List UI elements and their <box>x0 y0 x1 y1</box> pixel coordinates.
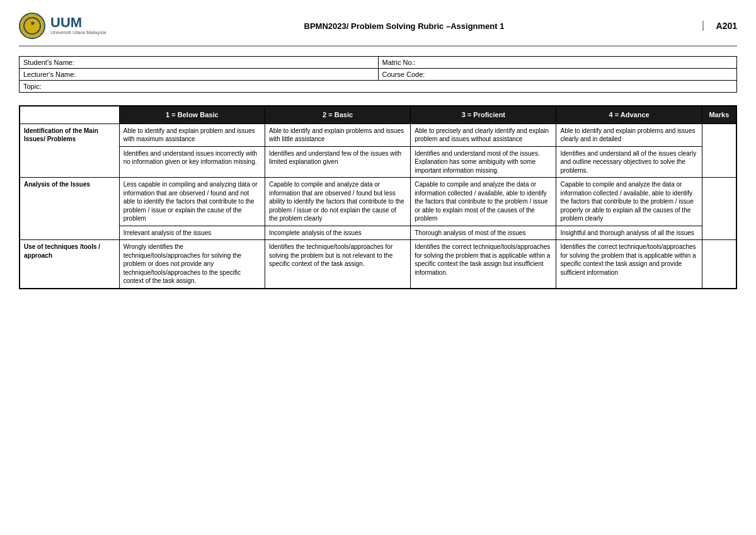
university-acronym: UUM <box>50 16 106 30</box>
header-marks: Marks <box>702 106 736 124</box>
student-row: Student's Name: Matric No.: <box>20 57 737 69</box>
matric-label: Matric No.: <box>378 57 737 69</box>
logo-area: 🎓 UUM Universiti Utara Malaysia <box>19 13 106 39</box>
cell-col2: Identifies the technique/tools/approache… <box>265 240 410 289</box>
topic-label: Topic: <box>20 81 737 93</box>
cell-col3: Capable to compile and analyze the data … <box>411 178 556 226</box>
table-row: Analysis of the IssuesLess capable in co… <box>20 178 736 226</box>
cell-col1: Less capable in compiling and analyzing … <box>119 178 265 226</box>
criteria-cell: Identification of the Main Issues/ Probl… <box>20 124 119 178</box>
course-label: Course Code: <box>378 69 737 81</box>
marks-cell <box>702 178 736 240</box>
cell-col3: Identifies and understand most of the is… <box>411 146 556 178</box>
header: 🎓 UUM Universiti Utara Malaysia BPMN2023… <box>19 13 737 47</box>
logo-text-area: UUM Universiti Utara Malaysia <box>50 16 106 36</box>
table-row: Use of techniques /tools / approachWrong… <box>20 240 736 289</box>
logo-icon: 🎓 <box>19 13 45 39</box>
lecturer-row: Lecturer's Name: Course Code: <box>20 69 737 81</box>
header-col2: 2 = Basic <box>265 106 410 124</box>
table-header-row: 1 = Below Basic 2 = Basic 3 = Proficient… <box>20 106 736 124</box>
rubric-table: 1 = Below Basic 2 = Basic 3 = Proficient… <box>19 105 737 289</box>
header-criteria <box>20 106 119 124</box>
cell-col4: Capable to compile and analyze the data … <box>556 178 702 226</box>
table-row: Irrelevant analysis of the issuesIncompl… <box>20 226 736 240</box>
header-col4: 4 = Advance <box>556 106 702 124</box>
document-code: A201 <box>702 21 737 31</box>
svg-point-0 <box>24 18 40 34</box>
header-col3: 3 = Proficient <box>411 106 556 124</box>
table-row: Identifies and understand issues incorre… <box>20 146 736 178</box>
university-name: Universiti Utara Malaysia <box>50 30 106 36</box>
marks-cell <box>702 240 736 289</box>
cell-col3: Identifies the correct technique/tools/a… <box>411 240 556 289</box>
student-name-label: Student's Name: <box>20 57 379 69</box>
document-title: BPMN2023/ Problem Solving Rubric –Assign… <box>106 21 702 31</box>
svg-text:🎓: 🎓 <box>30 21 35 26</box>
marks-cell <box>702 124 736 178</box>
topic-row: Topic: <box>20 81 737 93</box>
cell-col4: Insightful and thorough analysis of all … <box>556 226 702 240</box>
cell-col1: Able to identify and explain problem and… <box>119 124 265 146</box>
criteria-cell: Analysis of the Issues <box>20 178 119 240</box>
cell-col2: Able to identify and explain problems an… <box>265 124 410 146</box>
cell-col4: Able to identify and explain problems an… <box>556 124 702 146</box>
lecturer-label: Lecturer's Name: <box>20 69 379 81</box>
page: 🎓 UUM Universiti Utara Malaysia BPMN2023… <box>0 0 756 302</box>
cell-col2: Capable to compile and analyze data or i… <box>265 178 410 226</box>
cell-col3: Thorough analysis of most of the issues <box>411 226 556 240</box>
cell-col2: Identifies and understand few of the iss… <box>265 146 410 178</box>
cell-col1: Irrelevant analysis of the issues <box>119 226 265 240</box>
info-table: Student's Name: Matric No.: Lecturer's N… <box>19 56 737 93</box>
cell-col4: Identifies and understand all of the iss… <box>556 146 702 178</box>
table-row: Identification of the Main Issues/ Probl… <box>20 124 736 146</box>
cell-col4: Identifies the correct technique/tools/a… <box>556 240 702 289</box>
header-col1: 1 = Below Basic <box>119 106 265 124</box>
criteria-cell: Use of techniques /tools / approach <box>20 240 119 289</box>
cell-col3: Able to precisely and clearly identify a… <box>411 124 556 146</box>
cell-col1: Wrongly identifies the technique/tools/a… <box>119 240 265 289</box>
cell-col2: Incomplete analysis of the issues <box>265 226 410 240</box>
cell-col1: Identifies and understand issues incorre… <box>119 146 265 178</box>
